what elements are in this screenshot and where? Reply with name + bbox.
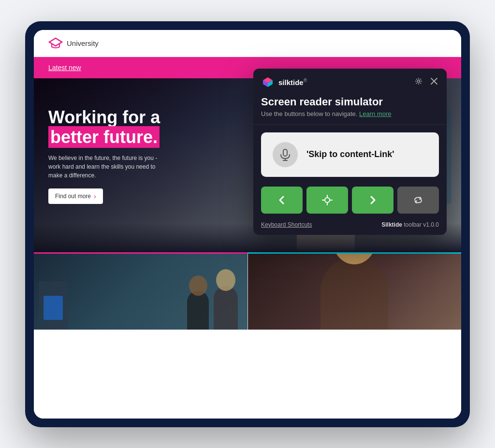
settings-button[interactable]: [414, 76, 423, 87]
learn-more-link[interactable]: Learn more: [359, 110, 391, 117]
photo-cell-left: [34, 254, 248, 330]
nav-latest-news: Latest new: [48, 64, 81, 72]
hero-heading: Working for a better future.: [48, 107, 164, 147]
hero-heading-highlight: better future.: [48, 126, 160, 148]
silktide-logo-area: silktide®: [261, 75, 307, 89]
toolbar-version: Silktide toolbar v1.0.0: [381, 221, 439, 228]
chevron-right-icon: [368, 195, 378, 205]
device-screen: University Latest new: [34, 30, 461, 419]
silktide-wordmark: silktide®: [278, 78, 307, 87]
microphone-icon-wrap: [273, 142, 298, 167]
gear-icon: [415, 77, 422, 85]
refresh-button[interactable]: [397, 187, 439, 214]
hero-subtext: We believe in the future, the future is …: [48, 154, 164, 180]
svg-point-4: [418, 80, 420, 83]
university-name: University: [67, 39, 99, 47]
photo-cell-right: [248, 254, 462, 330]
target-button[interactable]: [306, 187, 348, 214]
crosshair-icon: [322, 195, 333, 205]
university-header: University: [34, 30, 461, 57]
close-button[interactable]: [429, 76, 439, 87]
silktide-logo-icon: [261, 75, 275, 89]
svg-rect-7: [283, 149, 287, 156]
photo-grid: [34, 252, 461, 330]
find-out-more-button[interactable]: Find out more ›: [48, 188, 103, 204]
nav-buttons-row: [253, 185, 447, 217]
panel-subtitle: Use the buttons below to navigate. Learn…: [261, 110, 439, 117]
hero-content: Working for a better future. We believe …: [48, 107, 164, 204]
university-logo: University: [48, 37, 99, 49]
close-icon: [430, 77, 438, 85]
panel-header: silktide®: [253, 69, 447, 94]
next-button[interactable]: [352, 187, 393, 214]
panel-controls: [414, 76, 439, 87]
chevron-left-icon: [277, 195, 287, 205]
keyboard-shortcuts-button[interactable]: Keyboard Shortcuts: [261, 221, 312, 228]
silktide-panel: silktide®: [253, 69, 447, 235]
svg-point-10: [325, 198, 330, 202]
refresh-icon: [413, 195, 423, 205]
panel-title-area: Screen reader simulator Use the buttons …: [253, 94, 447, 125]
device-frame: University Latest new: [25, 21, 470, 427]
screen-reader-display: 'Skip to content-Link': [261, 132, 439, 177]
microphone-icon: [279, 148, 291, 161]
button-arrow-icon: ›: [94, 192, 96, 200]
panel-title: Screen reader simulator: [261, 96, 439, 108]
panel-footer: Keyboard Shortcuts Silktide toolbar v1.0…: [253, 217, 447, 235]
screen-reader-text: 'Skip to content-Link': [306, 149, 394, 159]
previous-button[interactable]: [261, 187, 303, 214]
university-logo-icon: [48, 37, 63, 49]
